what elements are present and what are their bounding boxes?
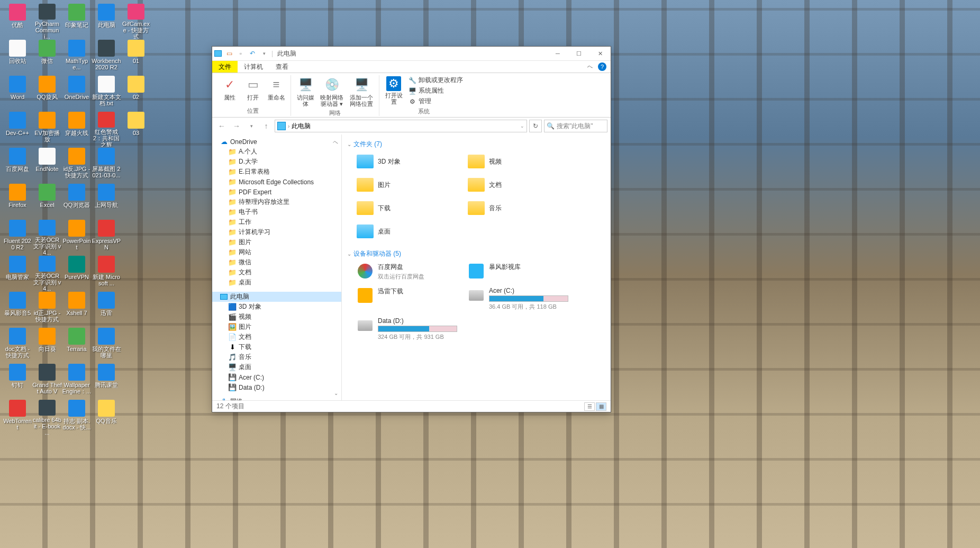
ribbon-rename-button[interactable]: ≡重命名 bbox=[265, 75, 287, 106]
desktop-icon[interactable]: Firefox bbox=[3, 183, 32, 219]
help-icon[interactable]: ? bbox=[598, 62, 606, 71]
desktop-icon[interactable]: ExpressVPN bbox=[92, 219, 121, 255]
folder-item[interactable]: 文档 bbox=[466, 174, 571, 195]
tree-pc-item[interactable]: 📄文档 bbox=[212, 332, 341, 342]
folder-item[interactable]: 图片 bbox=[355, 174, 460, 195]
tree-folder[interactable]: 📁桌面 bbox=[212, 277, 341, 288]
desktop-icon[interactable]: 持志·副本.docx - 快... bbox=[62, 399, 92, 435]
ribbon-manage-button[interactable]: ⚙管理 bbox=[406, 96, 465, 106]
desktop-icon[interactable]: calibre 64bit - E-book ... bbox=[32, 399, 62, 435]
desktop-icon[interactable]: id正.JPG - 快捷方式 bbox=[32, 291, 62, 327]
desktop-icon[interactable]: Excel bbox=[32, 183, 62, 219]
desktop-icon[interactable]: PureVPN bbox=[62, 255, 92, 291]
tree-pc-item[interactable]: 🖼️图片 bbox=[212, 322, 341, 332]
tree-pc-item[interactable]: 🖥️桌面 bbox=[212, 362, 341, 372]
tab-view[interactable]: 查看 bbox=[269, 61, 295, 73]
address-input[interactable]: › 此电脑 ⌄ bbox=[275, 120, 527, 132]
desktop-icon[interactable]: 腾讯课堂 bbox=[92, 363, 121, 399]
view-details-button[interactable]: ☰ bbox=[584, 402, 595, 411]
desktop-icon[interactable]: 优酷 bbox=[3, 3, 32, 39]
tree-folder[interactable]: 📁计算机学习 bbox=[212, 227, 341, 237]
desktop-icon[interactable]: Grand Theft Auto V bbox=[32, 363, 62, 399]
desktop-icon[interactable]: 上网导航 bbox=[92, 183, 121, 219]
ribbon-uninstall-button[interactable]: 🔧卸载或更改程序 bbox=[406, 75, 465, 85]
desktop-icon[interactable]: 电脑管家 bbox=[3, 255, 32, 291]
section-drives-header[interactable]: ⌄ 设备和驱动器 (5) bbox=[347, 247, 605, 260]
tree-folder[interactable]: 📁A.个人 bbox=[212, 147, 341, 157]
desktop-icon[interactable]: WebTorrent bbox=[3, 399, 32, 435]
desktop-icon[interactable]: 印象笔记 bbox=[62, 3, 92, 39]
ribbon-settings-button[interactable]: ⚙打开设置 bbox=[383, 75, 405, 106]
tree-pc-item[interactable]: 🎬视频 bbox=[212, 312, 341, 322]
drive-item[interactable]: 百度网盘双击运行百度网盘 bbox=[355, 260, 460, 283]
tab-computer[interactable]: 计算机 bbox=[238, 61, 269, 73]
desktop-icon[interactable]: Xshell 7 bbox=[62, 291, 92, 327]
section-folders-header[interactable]: ⌄ 文件夹 (7) bbox=[347, 138, 605, 151]
tree-folder[interactable]: 📁文档 bbox=[212, 267, 341, 277]
ribbon-add-network-button[interactable]: 🖥️添加一个网络位置 bbox=[347, 75, 376, 108]
refresh-button[interactable]: ↻ bbox=[529, 120, 542, 132]
desktop-icon[interactable]: PyCharm Communi... bbox=[32, 3, 62, 39]
desktop-icon[interactable]: 钉钉 bbox=[3, 363, 32, 399]
desktop-icon[interactable]: OneDrive bbox=[62, 75, 92, 111]
qat-undo-icon[interactable]: ↶ bbox=[248, 49, 257, 58]
folder-item[interactable]: 音乐 bbox=[466, 197, 571, 219]
tree-pc-item[interactable]: 🎵音乐 bbox=[212, 352, 341, 362]
address-dropdown-icon[interactable]: ⌄ bbox=[520, 123, 524, 129]
desktop-icon[interactable]: 天若OCR文字识别 v4... bbox=[32, 255, 62, 291]
nav-recent-icon[interactable]: ▾ bbox=[245, 120, 258, 132]
ribbon-access-media-button[interactable]: 🖥️访问媒体 bbox=[294, 75, 316, 108]
desktop-icon[interactable]: Dev-C++ bbox=[3, 111, 32, 147]
ribbon-sysprops-button[interactable]: 🖥️系统属性 bbox=[406, 86, 465, 96]
desktop-icon[interactable]: Workbench 2020 R2 bbox=[92, 39, 121, 75]
tree-onedrive[interactable]: ☁ OneDrive bbox=[212, 137, 341, 147]
desktop-icon[interactable]: EndNote bbox=[32, 147, 62, 183]
desktop-icon[interactable]: PowerPoint bbox=[62, 219, 92, 255]
tree-pc-item[interactable]: 💾Data (D:) bbox=[212, 382, 341, 392]
desktop-icon[interactable]: 01 bbox=[121, 39, 151, 75]
ribbon-map-drive-button[interactable]: 💿映射网络驱动器 ▾ bbox=[317, 75, 346, 108]
tree-folder[interactable]: 📁图片 bbox=[212, 237, 341, 247]
desktop-icon[interactable]: 红色警戒2：共和国之辉 bbox=[92, 111, 121, 147]
tree-folder[interactable]: 📁待整理内容放这里 bbox=[212, 197, 341, 207]
desktop-icon[interactable]: 03 bbox=[121, 111, 151, 147]
tree-network[interactable]: 🖧 网络 bbox=[212, 397, 341, 400]
close-button[interactable]: ✕ bbox=[589, 47, 611, 61]
desktop-icon[interactable]: 屏幕截图 2021-03-0... bbox=[92, 147, 121, 183]
desktop-icon[interactable]: 天若OCR文字识别 v4... bbox=[32, 219, 62, 255]
tree-folder[interactable]: 📁D.大学 bbox=[212, 157, 341, 167]
tree-this-pc[interactable]: 此电脑 bbox=[212, 292, 341, 302]
view-tiles-button[interactable]: ▦ bbox=[596, 402, 606, 411]
desktop-icon[interactable]: EV加密播放 bbox=[32, 111, 62, 147]
tab-file[interactable]: 文件 bbox=[212, 61, 238, 73]
drive-item[interactable]: 暴风影视库 bbox=[466, 260, 571, 283]
desktop-icon[interactable]: Terraria bbox=[62, 327, 92, 363]
tree-folder[interactable]: 📁微信 bbox=[212, 257, 341, 267]
ribbon-properties-button[interactable]: ✓属性 bbox=[219, 75, 241, 106]
nav-up-button[interactable]: ↑ bbox=[260, 120, 273, 132]
desktop-icon[interactable]: 向日葵 bbox=[32, 327, 62, 363]
desktop-icon[interactable]: Fluent 2020 R2 bbox=[3, 219, 32, 255]
desktop-icon[interactable]: 我的文件在哪里 bbox=[92, 327, 121, 363]
desktop-icon[interactable]: QQ旋风 bbox=[32, 75, 62, 111]
tree-expand-icon[interactable]: ⌄ bbox=[334, 390, 338, 396]
desktop-icon[interactable]: QQ音乐 bbox=[92, 399, 121, 435]
tree-pc-item[interactable]: 🟦3D 对象 bbox=[212, 302, 341, 312]
desktop-icon[interactable]: 穿越火线 bbox=[62, 111, 92, 147]
tree-folder[interactable]: 📁E.日常表格 bbox=[212, 167, 341, 177]
maximize-button[interactable]: ☐ bbox=[568, 47, 589, 61]
desktop-icon[interactable]: 新建 Microsoft ... bbox=[92, 255, 121, 291]
folder-item[interactable]: 桌面 bbox=[355, 221, 460, 242]
desktop-icon[interactable]: Word bbox=[3, 75, 32, 111]
folder-item[interactable]: 下载 bbox=[355, 197, 460, 219]
desktop-icon[interactable]: 暴风影音5 bbox=[3, 291, 32, 327]
desktop-icon[interactable]: GifCam.exe - 快捷方式 bbox=[121, 3, 151, 39]
folder-item[interactable]: 3D 对象 bbox=[355, 151, 460, 172]
tree-folder[interactable]: 📁Microsoft Edge Collections bbox=[212, 177, 341, 187]
ribbon-collapse-icon[interactable]: へ bbox=[587, 63, 593, 70]
tree-folder[interactable]: 📁PDF Expert bbox=[212, 187, 341, 197]
desktop-icon[interactable]: 百度网盘 bbox=[3, 147, 32, 183]
desktop-icon[interactable]: 此电脑 bbox=[92, 3, 121, 39]
tree-folder[interactable]: 📁电子书 bbox=[212, 207, 341, 217]
drive-item[interactable]: 迅雷下载 bbox=[355, 285, 460, 313]
